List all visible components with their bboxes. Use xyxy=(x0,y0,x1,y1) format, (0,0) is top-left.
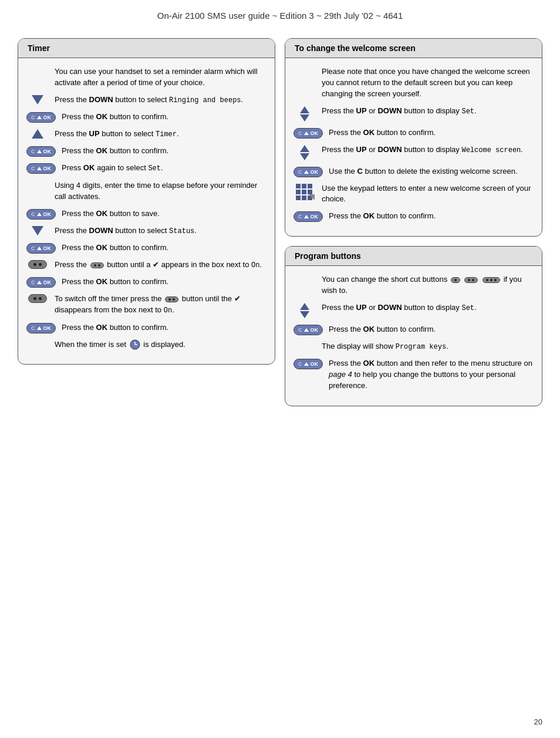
clock-icon xyxy=(129,340,144,349)
timer-box-title: Timer xyxy=(18,39,275,58)
list-item: C OK Press the OK button to confirm. xyxy=(294,211,532,222)
instruction-text: Press the OK button to confirm. xyxy=(62,322,265,333)
timer-box-content: You can use your handset to set a remind… xyxy=(18,58,275,364)
ok-button-icon: C OK xyxy=(26,163,56,174)
list-item: You can use your handset to set a remind… xyxy=(26,66,265,89)
instruction-text: Press the button until a ✔ appears in th… xyxy=(55,260,265,271)
timer-box: Timer You can use your handset to set a … xyxy=(18,38,275,365)
ok-button-icon: C OK xyxy=(294,127,323,139)
list-item: You can change the short cut buttons if … xyxy=(294,274,532,296)
list-item: Use the keypad letters to enter a new we… xyxy=(294,183,532,205)
instruction-text: Press the OK button to save. xyxy=(62,208,265,220)
ok-button-icon: C OK xyxy=(26,322,56,333)
program-box-title: Program buttons xyxy=(285,247,542,266)
list-item: Using 4 digits, enter the time to elapse… xyxy=(26,180,265,203)
keypad-icon xyxy=(294,183,316,199)
instruction-text: Press the UP or DOWN button to display S… xyxy=(322,106,532,117)
list-item: C OK Use the C button to delete the exis… xyxy=(294,166,532,177)
ok-button-icon: C OK xyxy=(26,208,56,220)
instruction-text: You can change the short cut buttons if … xyxy=(322,274,532,296)
instruction-text: Press the OK button to confirm. xyxy=(329,127,532,139)
dot-button-2-icon xyxy=(26,294,49,303)
instruction-text: Press the UP or DOWN button to display S… xyxy=(322,302,532,314)
list-item: C OK Press the OK button to confirm. xyxy=(26,112,265,123)
instruction-text: When the timer is set is displayed. xyxy=(55,339,265,351)
list-item: Please note that once you have changed t… xyxy=(294,66,532,100)
instruction-text: Press the DOWN button to select Ringing … xyxy=(55,95,265,106)
arrow-up-down-icon xyxy=(294,302,316,318)
list-item: C OK Press OK again to select Set. xyxy=(26,163,265,174)
instruction-text: Press the OK button to confirm. xyxy=(62,242,265,254)
dot-button-2-icon xyxy=(26,260,49,269)
list-item: Press the DOWN button to select Status. xyxy=(26,225,265,237)
instruction-text: Please note that once you have changed t… xyxy=(322,66,532,100)
list-item: When the timer is set is displayed. xyxy=(26,339,265,351)
list-item: Press the UP or DOWN button to display S… xyxy=(294,302,532,318)
instruction-text: The display will show Program keys. xyxy=(322,341,532,352)
instruction-text: Press the OK button to confirm. xyxy=(62,112,265,123)
program-box: Program buttons You can change the short… xyxy=(285,246,542,406)
list-item: C OK Press the OK button to confirm. xyxy=(294,324,532,335)
list-item: The display will show Program keys. xyxy=(294,341,532,352)
instruction-text: Press the OK button to confirm. xyxy=(62,146,265,157)
no-icon xyxy=(26,66,49,67)
list-item: C OK Press the OK button to confirm. xyxy=(26,146,265,157)
list-item: C OK Press the OK button to confirm. xyxy=(26,277,265,288)
no-icon xyxy=(26,339,49,340)
list-item: C OK Press the OK button to save. xyxy=(26,208,265,220)
ok-button-icon: C OK xyxy=(26,146,56,157)
welcome-box: To change the welcome screen Please note… xyxy=(285,38,542,237)
list-item: C OK Press the OK button to confirm. xyxy=(26,322,265,333)
list-item: Press the DOWN button to select Ringing … xyxy=(26,95,265,106)
arrow-down-icon xyxy=(26,225,49,235)
instruction-text: Use the C button to delete the existing … xyxy=(329,166,532,177)
welcome-box-content: Please note that once you have changed t… xyxy=(285,58,542,236)
ok-button-icon: C OK xyxy=(294,324,323,335)
ok-button-icon: C OK xyxy=(294,166,323,177)
ok-button-icon: C OK xyxy=(294,358,323,369)
ok-button-icon: C OK xyxy=(26,277,56,288)
arrow-up-down-icon xyxy=(294,144,316,160)
instruction-text: Press the OK button to confirm. xyxy=(329,324,532,335)
instruction-text: Press the UP or DOWN button to display W… xyxy=(322,144,532,156)
list-item: Press the UP button to select Timer. xyxy=(26,129,265,140)
ok-button-icon: C OK xyxy=(26,112,56,123)
list-item: Press the UP or DOWN button to display S… xyxy=(294,106,532,122)
page-header: On-Air 2100 SMS user guide ~ Edition 3 ~… xyxy=(0,0,560,26)
no-icon xyxy=(294,66,316,67)
instruction-text: Use the keypad letters to enter a new we… xyxy=(322,183,532,205)
list-item: C OK Press the OK button to confirm. xyxy=(26,242,265,254)
list-item: C OK Press the OK button to confirm. xyxy=(294,127,532,139)
page-number: 20 xyxy=(534,717,542,726)
no-icon xyxy=(294,341,316,342)
arrow-up-down-icon xyxy=(294,106,316,122)
instruction-text: Press the OK button to confirm. xyxy=(62,277,265,288)
arrow-down-icon xyxy=(26,95,49,105)
instruction-text: Press the UP button to select Timer. xyxy=(55,129,265,140)
list-item: Press the button until a ✔ appears in th… xyxy=(26,260,265,271)
instruction-text: Press the OK button and then refer to th… xyxy=(329,358,532,392)
instruction-text: Press the DOWN button to select Status. xyxy=(55,225,265,237)
program-box-content: You can change the short cut buttons if … xyxy=(285,266,542,406)
no-icon xyxy=(26,180,49,181)
instruction-text: You can use your handset to set a remind… xyxy=(55,66,265,89)
instruction-text: To switch off the timer press the button… xyxy=(55,294,265,316)
list-item: Press the UP or DOWN button to display W… xyxy=(294,144,532,160)
no-icon xyxy=(294,274,316,275)
instruction-text: Press the OK button to confirm. xyxy=(329,211,532,222)
instruction-text: Using 4 digits, enter the time to elapse… xyxy=(55,180,265,203)
ok-button-icon: C OK xyxy=(294,211,323,222)
list-item: C OK Press the OK button and then refer … xyxy=(294,358,532,392)
arrow-up-icon xyxy=(26,129,49,139)
list-item: To switch off the timer press the button… xyxy=(26,294,265,316)
ok-button-icon: C OK xyxy=(26,242,56,254)
welcome-box-title: To change the welcome screen xyxy=(285,39,542,58)
instruction-text: Press OK again to select Set. xyxy=(62,163,265,174)
